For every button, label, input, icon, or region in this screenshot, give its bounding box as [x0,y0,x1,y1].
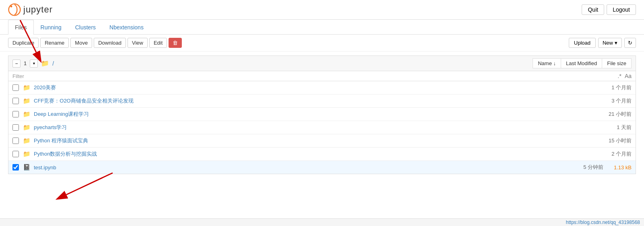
file-name-link[interactable]: test.ipynb [34,164,551,171]
file-modified: 15 小时前 [579,137,632,144]
file-checkbox[interactable] [12,124,19,131]
file-name-link[interactable]: 2020美赛 [34,84,579,91]
trash-icon: 🗑 [173,40,178,46]
view-button[interactable]: View [128,38,148,48]
table-row: 📁Python 程序猿面试宝典15 小时前 [8,134,636,148]
download-button[interactable]: Download [94,38,126,48]
new-button-label: New [603,40,613,46]
table-row: 📁CFF竞赛：O2O商铺食品安全相关评论发现3 个月前 [8,95,636,108]
folder-icon: 📁 [23,97,31,105]
file-checkbox[interactable] [12,111,19,117]
table-row: 📁Deep Learning课程学习21 小时前 [8,108,636,121]
file-checkbox[interactable] [12,151,19,157]
logo-text: jupyter [23,4,53,15]
header-buttons: Quit Logout [582,4,636,15]
move-button[interactable]: Move [70,38,92,48]
folder-icon: 📁 [23,124,31,131]
filter-icons: .* Aa [618,73,632,79]
folder-icon: 📁 [23,137,31,144]
header: jupyter Quit Logout [0,0,644,20]
delete-button[interactable]: 🗑 [169,38,182,48]
file-name-link[interactable]: Python 程序猿面试宝典 [34,137,579,144]
breadcrumb-row: − 1 ▾ 📁 / Name ↓ Last Modified File size [8,55,636,71]
folder-icon: 📁 [23,111,31,118]
column-headers: Name ↓ Last Modified File size [533,58,632,68]
breadcrumb-controls: − 1 ▾ [12,60,38,68]
breadcrumb-dropdown-button[interactable]: ▾ [30,60,38,68]
sort-file-size-button[interactable]: File size [602,58,632,68]
file-modified: 5 分钟前 [551,164,603,171]
table-row: 📁pyecharts学习1 天前 [8,121,636,134]
file-modified: 3 个月前 [579,97,632,105]
new-button[interactable]: New ▾ [598,38,622,48]
upload-button[interactable]: Upload [569,38,596,48]
file-modified: 2 个月前 [579,150,632,158]
file-name-link[interactable]: pyecharts学习 [34,124,579,131]
breadcrumb-minus-button[interactable]: − [12,60,21,68]
refresh-button[interactable]: ↻ [624,38,636,48]
tab-files[interactable]: Files [8,20,34,35]
sort-last-modified-button[interactable]: Last Modified [561,58,602,68]
file-size: 1.13 kB [603,164,632,171]
file-name-link[interactable]: Python数据分析与挖掘实战 [34,150,579,158]
edit-button[interactable]: Edit [149,38,167,48]
regex-filter-button[interactable]: .* [618,73,621,79]
tab-clusters[interactable]: Clusters [68,20,103,35]
jupyter-logo-icon [8,3,21,16]
logo-area: jupyter [8,3,53,16]
file-table: 📁2020美赛1 个月前📁CFF竞赛：O2O商铺食品安全相关评论发现3 个月前📁… [8,81,636,174]
new-dropdown-icon: ▾ [615,40,617,46]
duplicate-button[interactable]: Duplicate [8,38,39,48]
filter-row: Filter .* Aa [8,71,636,81]
file-checkbox[interactable] [12,84,19,91]
file-checkbox[interactable] [12,164,19,171]
tab-nbextensions[interactable]: Nbextensions [103,20,150,35]
file-modified: 21 小时前 [579,111,632,118]
file-list-container: − 1 ▾ 📁 / Name ↓ Last Modified File size… [0,55,644,174]
nav-tabs: Files Running Clusters Nbextensions [0,20,644,35]
file-name-link[interactable]: Deep Learning课程学习 [34,111,579,118]
table-row: 📁Python数据分析与挖掘实战2 个月前 [8,148,636,161]
breadcrumb-count: 1 [21,60,29,66]
table-row: 📁2020美赛1 个月前 [8,81,636,95]
file-checkbox[interactable] [12,138,19,144]
folder-icon: 📁 [23,84,31,91]
file-modified: 1 天前 [579,124,632,131]
folder-icon: 📁 [23,150,31,158]
quit-button[interactable]: Quit [582,4,604,15]
notebook-icon: 📓 [23,164,31,171]
file-modified: 1 个月前 [579,84,632,91]
tab-running[interactable]: Running [34,20,68,35]
svg-point-0 [9,4,21,16]
rename-button[interactable]: Rename [40,38,69,48]
logout-button[interactable]: Logout [607,4,636,15]
file-name-link[interactable]: CFF竞赛：O2O商铺食品安全相关评论发现 [34,97,579,105]
toolbar: Duplicate Rename Move Download View Edit… [0,35,644,51]
breadcrumb-path[interactable]: / [52,60,54,67]
table-row: 📓test.ipynb5 分钟前1.13 kB [8,161,636,174]
svg-point-1 [10,6,12,8]
filter-label: Filter [12,73,24,79]
file-checkbox[interactable] [12,98,19,104]
sort-name-button[interactable]: Name ↓ [533,58,561,68]
breadcrumb-folder-icon: 📁 [41,60,49,67]
case-filter-button[interactable]: Aa [625,73,632,79]
toolbar-right: Upload New ▾ ↻ [569,38,636,48]
